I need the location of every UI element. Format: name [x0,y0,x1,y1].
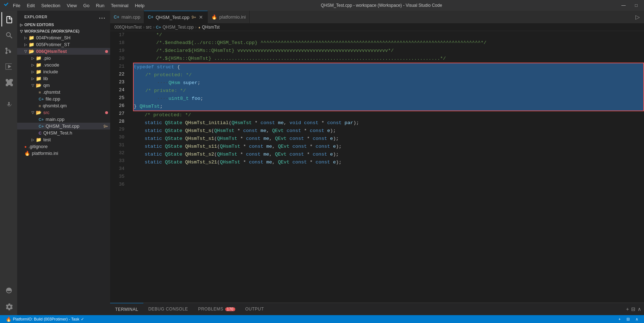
chevron-down-workspace-icon: ▽ [20,29,23,33]
item-label: .pio [43,55,110,61]
item-label: QHSM_Test.h [43,130,110,136]
open-editors-header[interactable]: ▷ OPEN EDITORS [17,21,110,28]
sidebar-item-test[interactable]: ▷ 📁 test [17,136,110,143]
sidebar-item-src[interactable]: ▽ 📂 src [17,109,110,116]
close-panel-icon[interactable]: ∧ [638,306,641,312]
item-label: main.cpp [45,117,110,122]
tab-label: QHSM_Test.cpp [156,15,190,20]
item-label: QHSM_Test.cpp [45,123,103,129]
activity-run[interactable] [1,59,16,74]
activity-extensions[interactable] [1,75,16,89]
tab-platformio-ini[interactable]: 🔥 platformio.ini [208,11,250,23]
activity-account[interactable] [1,284,16,298]
panel-tab-terminal[interactable]: TERMINAL [110,303,143,315]
sidebar-item-main-cpp[interactable]: C+ main.cpp [17,116,110,123]
sidebar-item-platformio[interactable]: 🔥 platformio.ini [17,150,110,157]
activity-settings[interactable] [1,299,16,314]
status-split[interactable]: ⊟ [624,317,633,322]
sidebar-header: EXPLORER ... [17,11,110,21]
tab-icon: C+ [114,15,119,20]
status-platformio-build[interactable]: 🔥 PlatformIO: Build (003Protimer) - Task… [3,315,87,323]
item-label: qhsmtst.qm [43,103,110,108]
sidebar-title: EXPLORER [24,15,48,19]
sidebar-item-vscode[interactable]: ▷ 📁 .vscode [17,62,110,68]
status-bar: 🔥 PlatformIO: Build (003Protimer) - Task… [0,315,644,323]
split-terminal-icon[interactable]: ⊟ [631,306,635,312]
item-label: include [43,69,110,74]
sidebar-item-qm[interactable]: ▽ 📂 qm [17,82,110,89]
folder-icon: 📁 [36,76,41,81]
item-label: 004Protimer_SH [36,35,110,40]
sidebar-content: ▷ OPEN EDITORS ▽ WORKSPACE (WORKSPACE) ▷… [17,21,110,315]
src-modified-badge [105,111,108,114]
status-close[interactable]: ∧ [633,317,641,322]
menu-edit[interactable]: Edit [27,3,35,8]
maximize-button[interactable]: □ [632,3,640,8]
vscode-logo-icon [4,2,9,9]
sidebar-item-006QHsmTest[interactable]: ▽ 📂 006QHsmTest [17,48,110,55]
sidebar-item-005Protimer_ST[interactable]: ▷ 📁 005Protimer_ST [17,41,110,48]
menu-go[interactable]: Go [83,3,89,8]
sidebar-item-lib[interactable]: ▷ 📁 lib [17,75,110,82]
chevron-down-icon: ▽ [31,83,34,87]
folder-icon: 📁 [36,62,41,68]
panel-tab-debug-console[interactable]: DEBUG CONSOLE [143,303,193,315]
code-editor[interactable]: 17 18 19 20 21 22 23 24 25 26 27 28 29 3… [110,31,644,303]
window-title: QHSM_Test.cpp - workspace (Workspace) - … [144,3,619,8]
sidebar-item-qhsmtst[interactable]: ≡ .qhsmtst [17,89,110,96]
item-label: .qhsmtst [43,89,110,95]
run-button[interactable]: ▷ [631,11,644,23]
panel-tab-output[interactable]: OUTPUT [240,303,269,315]
activity-search[interactable] [1,28,16,42]
activity-robot[interactable] [1,98,16,112]
sidebar-item-QHSM-Test-h[interactable]: C QHSM_Test.h [17,129,110,136]
tab-close-button[interactable]: ✕ [198,14,204,21]
titlebar: File Edit Selection View Go Run Terminal… [0,0,644,11]
tab-QHSM-Test-cpp[interactable]: C+ QHSM_Test.cpp 9+ ✕ [144,11,208,23]
item-label: file.cpp [45,96,110,102]
menu-help[interactable]: Help [135,3,144,8]
folder-icon: 📁 [29,42,34,47]
sidebar-item-pio[interactable]: ▷ 📁 .pio [17,55,110,62]
cpp-file-icon: C+ [39,97,44,101]
chevron-right-icon: ▷ [31,138,34,142]
breadcrumb-src[interactable]: src [146,25,152,30]
cpp-file-icon: C+ [39,124,44,128]
breadcrumb-QHsmTst[interactable]: QHsmTst [202,25,220,30]
folder-icon: 📁 [36,69,41,74]
new-terminal-icon[interactable]: + [626,306,629,312]
item-label: src [43,110,105,115]
status-new-terminal[interactable]: + [616,317,624,321]
breadcrumb-006QHsmTest[interactable]: 006QHsmTest [114,25,142,30]
menu-run[interactable]: Run [96,3,104,8]
folder-icon: 📁 [36,137,41,142]
menu-selection[interactable]: Selection [41,3,60,8]
item-label: 005Protimer_ST [36,42,110,47]
activity-explorer[interactable] [1,12,16,26]
status-build-label: PlatformIO: Build (003Protimer) - Task [13,317,79,321]
breadcrumb-QHSM-Test-cpp[interactable]: QHSM_Test.cpp [162,25,193,30]
tab-badge: 9+ [192,15,196,19]
minimize-button[interactable]: — [619,3,629,8]
workspace-header[interactable]: ▽ WORKSPACE (WORKSPACE) [17,28,110,34]
sidebar-item-gitignore[interactable]: ● .gitignore [17,143,110,150]
sidebar-more-button[interactable]: ... [99,14,106,20]
menu-terminal[interactable]: Terminal [111,3,128,8]
menu-view[interactable]: View [67,3,77,8]
sidebar-item-004Protimer_SH[interactable]: ▷ 📁 004Protimer_SH [17,34,110,41]
menu-file[interactable]: File [13,3,20,8]
sidebar-item-qhsmtst-qm[interactable]: ≡ qhsmtst.qm [17,102,110,109]
sidebar-item-QHSM-Test-cpp[interactable]: C+ QHSM_Test.cpp 9+ [17,123,110,129]
panel-tab-problems[interactable]: PROBLEMS 170 [193,303,240,315]
sidebar-item-file-cpp[interactable]: C+ file.cpp [17,96,110,102]
sidebar-item-include[interactable]: ▷ 📁 include [17,68,110,75]
qm-file-icon: ≡ [39,104,41,108]
cpp-file-icon: C+ [39,117,44,122]
window-controls: — □ [619,3,640,8]
tab-label: main.cpp [122,14,141,20]
panel-tabs: TERMINAL DEBUG CONSOLE PROBLEMS 170 OUTP… [110,303,644,315]
file-icon: ≡ [39,90,41,94]
code-content[interactable]: */ /*.$endhead${../src::QHSM_Test.cpp} ^… [128,31,644,189]
tab-main-cpp[interactable]: C+ main.cpp [110,11,144,23]
activity-source-control[interactable] [1,44,16,58]
